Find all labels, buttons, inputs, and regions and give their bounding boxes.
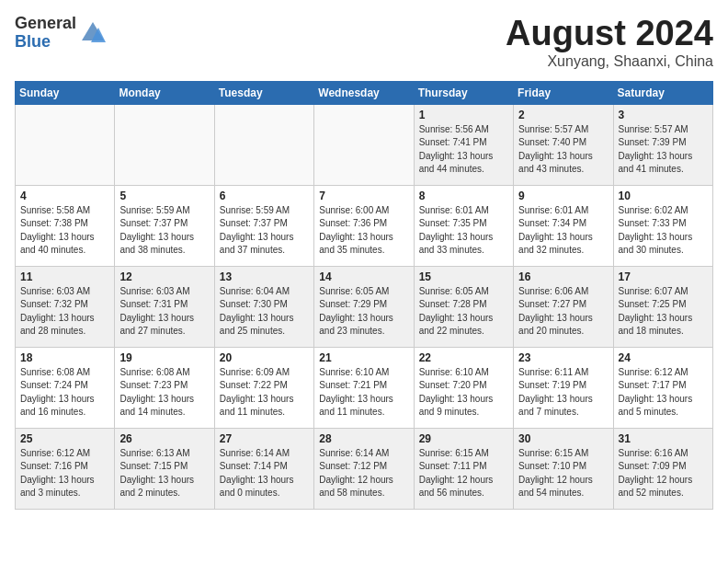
calendar-cell: 11Sunrise: 6:03 AMSunset: 7:32 PMDayligh… xyxy=(16,266,115,347)
day-info: Sunrise: 5:59 AMSunset: 7:37 PMDaylight:… xyxy=(119,204,209,258)
calendar-week-row: 1Sunrise: 5:56 AMSunset: 7:41 PMDaylight… xyxy=(16,104,713,185)
day-info: Sunrise: 6:12 AMSunset: 7:16 PMDaylight:… xyxy=(20,447,109,500)
day-number: 7 xyxy=(319,190,408,202)
calendar-cell: 18Sunrise: 6:08 AMSunset: 7:24 PMDayligh… xyxy=(16,347,115,428)
day-info: Sunrise: 6:08 AMSunset: 7:23 PMDaylight:… xyxy=(119,366,209,419)
day-info: Sunrise: 6:09 AMSunset: 7:22 PMDaylight:… xyxy=(220,366,309,419)
day-number: 23 xyxy=(518,351,608,364)
calendar-cell xyxy=(314,104,414,185)
day-number: 10 xyxy=(619,190,708,202)
day-info: Sunrise: 5:57 AMSunset: 7:40 PMDaylight:… xyxy=(518,123,608,177)
calendar-week-row: 4Sunrise: 5:58 AMSunset: 7:38 PMDaylight… xyxy=(16,185,713,266)
calendar-cell: 28Sunrise: 6:14 AMSunset: 7:12 PMDayligh… xyxy=(314,428,414,509)
calendar-week-row: 18Sunrise: 6:08 AMSunset: 7:24 PMDayligh… xyxy=(16,347,713,428)
calendar-cell: 15Sunrise: 6:05 AMSunset: 7:28 PMDayligh… xyxy=(414,266,513,347)
day-number: 13 xyxy=(220,270,309,283)
day-info: Sunrise: 6:01 AMSunset: 7:34 PMDaylight:… xyxy=(518,204,608,258)
day-info: Sunrise: 6:14 AMSunset: 7:12 PMDaylight:… xyxy=(319,447,408,500)
calendar-cell: 3Sunrise: 5:57 AMSunset: 7:39 PMDaylight… xyxy=(613,104,712,185)
day-info: Sunrise: 6:15 AMSunset: 7:11 PMDaylight:… xyxy=(419,447,508,500)
calendar-cell: 25Sunrise: 6:12 AMSunset: 7:16 PMDayligh… xyxy=(16,428,115,509)
calendar-cell: 21Sunrise: 6:10 AMSunset: 7:21 PMDayligh… xyxy=(314,347,414,428)
day-number: 3 xyxy=(619,109,708,121)
day-number: 18 xyxy=(20,351,109,364)
day-info: Sunrise: 6:16 AMSunset: 7:09 PMDaylight:… xyxy=(619,447,708,500)
calendar-cell: 12Sunrise: 6:03 AMSunset: 7:31 PMDayligh… xyxy=(115,266,214,347)
calendar-cell: 22Sunrise: 6:10 AMSunset: 7:20 PMDayligh… xyxy=(414,347,513,428)
calendar-cell: 24Sunrise: 6:12 AMSunset: 7:17 PMDayligh… xyxy=(613,347,712,428)
day-number: 17 xyxy=(619,270,708,283)
calendar-cell: 10Sunrise: 6:02 AMSunset: 7:33 PMDayligh… xyxy=(613,185,712,266)
day-number: 20 xyxy=(220,351,309,364)
day-info: Sunrise: 6:05 AMSunset: 7:28 PMDaylight:… xyxy=(419,285,508,339)
day-info: Sunrise: 6:04 AMSunset: 7:30 PMDaylight:… xyxy=(220,285,309,339)
logo-icon xyxy=(80,20,106,46)
calendar-cell: 4Sunrise: 5:58 AMSunset: 7:38 PMDaylight… xyxy=(16,185,115,266)
day-number: 16 xyxy=(518,270,608,283)
weekday-header-wednesday: Wednesday xyxy=(314,81,414,104)
day-info: Sunrise: 5:56 AMSunset: 7:41 PMDaylight:… xyxy=(419,123,508,177)
day-info: Sunrise: 5:58 AMSunset: 7:38 PMDaylight:… xyxy=(20,204,109,258)
weekday-header-friday: Friday xyxy=(514,81,613,104)
day-info: Sunrise: 6:08 AMSunset: 7:24 PMDaylight:… xyxy=(20,366,109,419)
day-info: Sunrise: 6:14 AMSunset: 7:14 PMDaylight:… xyxy=(220,447,309,500)
day-info: Sunrise: 5:57 AMSunset: 7:39 PMDaylight:… xyxy=(619,123,708,177)
logo: General Blue xyxy=(15,15,106,52)
day-info: Sunrise: 6:05 AMSunset: 7:29 PMDaylight:… xyxy=(319,285,408,339)
day-number: 8 xyxy=(419,190,508,202)
day-info: Sunrise: 6:11 AMSunset: 7:19 PMDaylight:… xyxy=(518,366,608,419)
calendar-cell: 14Sunrise: 6:05 AMSunset: 7:29 PMDayligh… xyxy=(314,266,414,347)
calendar-cell: 8Sunrise: 6:01 AMSunset: 7:35 PMDaylight… xyxy=(414,185,513,266)
day-info: Sunrise: 6:10 AMSunset: 7:21 PMDaylight:… xyxy=(319,366,408,419)
calendar-cell: 20Sunrise: 6:09 AMSunset: 7:22 PMDayligh… xyxy=(214,347,313,428)
day-number: 22 xyxy=(419,351,508,364)
weekday-header-thursday: Thursday xyxy=(414,81,513,104)
day-info: Sunrise: 6:06 AMSunset: 7:27 PMDaylight:… xyxy=(518,285,608,339)
day-number: 2 xyxy=(518,109,608,121)
calendar-cell: 30Sunrise: 6:15 AMSunset: 7:10 PMDayligh… xyxy=(514,428,613,509)
day-number: 14 xyxy=(319,270,408,283)
day-number: 5 xyxy=(119,190,209,202)
day-number: 27 xyxy=(220,432,309,445)
calendar-cell: 26Sunrise: 6:13 AMSunset: 7:15 PMDayligh… xyxy=(115,428,214,509)
calendar-cell: 16Sunrise: 6:06 AMSunset: 7:27 PMDayligh… xyxy=(514,266,613,347)
day-number: 26 xyxy=(119,432,209,445)
page-header: General Blue August 2024 Xunyang, Shaanx… xyxy=(15,15,713,70)
day-info: Sunrise: 6:12 AMSunset: 7:17 PMDaylight:… xyxy=(619,366,708,419)
weekday-header-sunday: Sunday xyxy=(16,81,115,104)
calendar-table: SundayMondayTuesdayWednesdayThursdayFrid… xyxy=(15,81,713,510)
calendar-cell: 13Sunrise: 6:04 AMSunset: 7:30 PMDayligh… xyxy=(214,266,313,347)
weekday-header-saturday: Saturday xyxy=(613,81,712,104)
calendar-cell: 1Sunrise: 5:56 AMSunset: 7:41 PMDaylight… xyxy=(414,104,513,185)
calendar-cell: 23Sunrise: 6:11 AMSunset: 7:19 PMDayligh… xyxy=(514,347,613,428)
day-number: 24 xyxy=(619,351,708,364)
calendar-cell: 9Sunrise: 6:01 AMSunset: 7:34 PMDaylight… xyxy=(514,185,613,266)
calendar-cell: 31Sunrise: 6:16 AMSunset: 7:09 PMDayligh… xyxy=(613,428,712,509)
day-number: 4 xyxy=(20,190,109,202)
calendar-cell: 2Sunrise: 5:57 AMSunset: 7:40 PMDaylight… xyxy=(514,104,613,185)
day-info: Sunrise: 6:10 AMSunset: 7:20 PMDaylight:… xyxy=(419,366,508,419)
day-number: 19 xyxy=(119,351,209,364)
day-number: 1 xyxy=(419,109,508,121)
day-number: 6 xyxy=(220,190,309,202)
day-info: Sunrise: 5:59 AMSunset: 7:37 PMDaylight:… xyxy=(220,204,309,258)
calendar-cell: 6Sunrise: 5:59 AMSunset: 7:37 PMDaylight… xyxy=(214,185,313,266)
location: Xunyang, Shaanxi, China xyxy=(506,53,713,70)
calendar-cell: 19Sunrise: 6:08 AMSunset: 7:23 PMDayligh… xyxy=(115,347,214,428)
day-info: Sunrise: 6:03 AMSunset: 7:32 PMDaylight:… xyxy=(20,285,109,339)
day-number: 12 xyxy=(119,270,209,283)
day-info: Sunrise: 6:01 AMSunset: 7:35 PMDaylight:… xyxy=(419,204,508,258)
calendar-cell xyxy=(214,104,313,185)
logo-general: General xyxy=(15,15,76,33)
calendar-cell: 29Sunrise: 6:15 AMSunset: 7:11 PMDayligh… xyxy=(414,428,513,509)
calendar-cell: 27Sunrise: 6:14 AMSunset: 7:14 PMDayligh… xyxy=(214,428,313,509)
day-number: 30 xyxy=(518,432,608,445)
day-number: 25 xyxy=(20,432,109,445)
calendar-cell: 7Sunrise: 6:00 AMSunset: 7:36 PMDaylight… xyxy=(314,185,414,266)
weekday-header-row: SundayMondayTuesdayWednesdayThursdayFrid… xyxy=(16,81,713,104)
day-number: 21 xyxy=(319,351,408,364)
day-number: 28 xyxy=(319,432,408,445)
day-info: Sunrise: 6:07 AMSunset: 7:25 PMDaylight:… xyxy=(619,285,708,339)
day-info: Sunrise: 6:03 AMSunset: 7:31 PMDaylight:… xyxy=(119,285,209,339)
day-number: 29 xyxy=(419,432,508,445)
